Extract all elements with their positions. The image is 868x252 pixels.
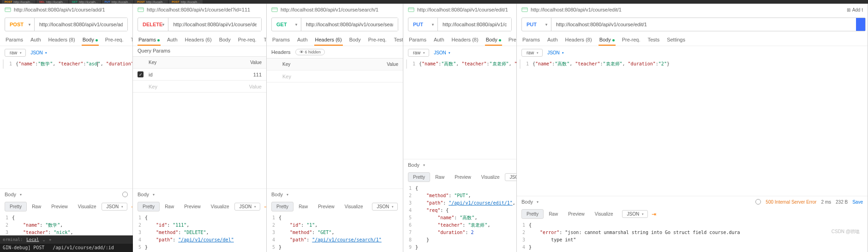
tab-prereq[interactable]: Pre-req. xyxy=(621,34,641,46)
terminal-tab-label: erminal: xyxy=(3,237,23,242)
url-input[interactable] xyxy=(35,18,127,31)
query-param-blank-row[interactable]: KeyValue xyxy=(133,81,266,93)
response-section-header[interactable]: Body▾ xyxy=(403,159,516,170)
tab-body[interactable]: Body xyxy=(485,34,502,46)
tab-headers[interactable]: Headers (8) xyxy=(451,34,479,46)
response-lang-dropdown[interactable]: JSON▾ xyxy=(505,173,517,181)
response-body: 1{2 "error": "json: cannot unmarshal str… xyxy=(517,221,868,252)
method-dropdown[interactable]: POST▾ xyxy=(5,18,35,31)
svg-rect-2 xyxy=(272,8,277,12)
response-lang-dropdown[interactable]: JSON▾ xyxy=(234,203,261,211)
checkbox-icon[interactable]: ✓ xyxy=(138,71,144,77)
view-preview[interactable]: Preview xyxy=(449,172,476,182)
query-param-row[interactable]: ✓id111 xyxy=(133,69,266,81)
view-raw[interactable]: Raw xyxy=(27,202,46,211)
body-lang-dropdown[interactable]: JSON▾ xyxy=(30,50,47,55)
tab-params[interactable]: Params xyxy=(271,34,291,46)
tab-prereq[interactable]: Pre-req. xyxy=(367,34,388,46)
tab-auth[interactable]: Auth xyxy=(296,34,309,46)
view-raw[interactable]: Raw xyxy=(160,202,179,211)
tab-auth[interactable]: Auth xyxy=(30,34,42,46)
tab-headers[interactable]: Headers (6) xyxy=(184,34,213,46)
view-preview[interactable]: Preview xyxy=(313,202,340,211)
view-pretty[interactable]: Pretty xyxy=(271,202,293,211)
tab-body[interactable]: Body xyxy=(348,34,362,46)
method-dropdown[interactable]: DELETE▾ xyxy=(138,18,168,31)
method-dropdown[interactable]: PUT▾ xyxy=(522,18,551,31)
view-visualize[interactable]: Visualize xyxy=(340,202,368,211)
terminal-tab-local[interactable]: Local xyxy=(26,237,39,242)
request-body-editor[interactable]: 1{"name":"高数", "teacher":"袁老师", "duratio… xyxy=(520,59,868,69)
terminal-tab-add[interactable]: + xyxy=(49,237,51,242)
tab-body[interactable]: Body xyxy=(82,34,99,46)
body-type-dropdown[interactable]: raw▾ xyxy=(5,49,26,57)
view-pretty[interactable]: Pretty xyxy=(408,172,430,182)
response-section-header[interactable]: Body▾ xyxy=(133,188,266,200)
send-button[interactable] xyxy=(856,18,865,31)
view-pretty[interactable]: Pretty xyxy=(521,209,544,219)
tab-params[interactable]: Params xyxy=(138,34,161,46)
response-lang-dropdown[interactable]: JSON▾ xyxy=(372,203,398,211)
tab-auth[interactable]: Auth xyxy=(166,34,179,46)
url-input[interactable] xyxy=(168,18,261,31)
tab-params[interactable]: Params xyxy=(5,34,24,46)
view-preview[interactable]: Preview xyxy=(46,202,73,211)
method-dropdown[interactable]: PUT▾ xyxy=(408,18,438,31)
view-raw[interactable]: Raw xyxy=(293,202,313,211)
url-input[interactable] xyxy=(438,18,511,31)
tab-body[interactable]: Body xyxy=(599,34,616,46)
response-lang-dropdown[interactable]: JSON▾ xyxy=(102,203,128,211)
tab-auth[interactable]: Auth xyxy=(433,34,445,46)
view-pretty[interactable]: Pretty xyxy=(5,202,27,211)
url-input[interactable] xyxy=(301,18,398,31)
body-type-dropdown[interactable]: raw▾ xyxy=(521,49,543,57)
tab-tests[interactable]: Tests xyxy=(263,34,267,46)
view-visualize[interactable]: Visualize xyxy=(476,172,505,182)
tab-params[interactable]: Params xyxy=(521,34,541,46)
window-tab[interactable]: POSThttp://localh... xyxy=(169,0,203,4)
wrap-lines-icon[interactable]: ⇥ xyxy=(652,211,656,217)
response-lang-dropdown[interactable]: JSON▾ xyxy=(622,210,648,218)
globe-icon xyxy=(122,192,128,197)
view-preview[interactable]: Preview xyxy=(179,202,206,211)
tab-prereq[interactable]: Pre-req. xyxy=(237,34,257,46)
window-tab[interactable]: POSThttp://localh... xyxy=(134,0,168,4)
view-visualize[interactable]: Visualize xyxy=(590,209,618,219)
tab-headers[interactable]: Headers (8) xyxy=(48,34,76,46)
response-section-header[interactable]: Body▾ xyxy=(0,188,132,200)
tab-settings[interactable]: Settings xyxy=(666,34,686,46)
view-preview[interactable]: Preview xyxy=(563,209,590,219)
view-visualize[interactable]: Visualize xyxy=(73,202,102,211)
tab-body[interactable]: Body xyxy=(218,34,232,46)
response-section-header[interactable]: Body▾ 500 Internal Server Error 2 ms 232… xyxy=(517,196,868,207)
view-raw[interactable]: Raw xyxy=(544,209,563,219)
view-visualize[interactable]: Visualize xyxy=(206,202,234,211)
header-blank-row[interactable]: Key xyxy=(267,70,403,82)
tab-headers[interactable]: Headers (8) xyxy=(564,34,593,46)
window-tab[interactable]: PUThttp://localh... xyxy=(102,0,134,4)
window-tab[interactable]: POSThttp://localh... xyxy=(2,0,36,4)
body-lang-dropdown[interactable]: JSON▾ xyxy=(434,50,450,55)
tab-prereq[interactable]: Pre-req. xyxy=(104,34,125,46)
tab-tests[interactable]: Tests xyxy=(393,34,403,46)
tab-prereq[interactable]: Pre-req. xyxy=(508,34,517,46)
request-body-editor[interactable]: 1{"name":"数学", "teacher":"asd", "duratio… xyxy=(3,59,132,69)
view-raw[interactable]: Raw xyxy=(430,172,449,182)
body-lang-dropdown[interactable]: JSON▾ xyxy=(547,50,564,55)
tab-auth[interactable]: Auth xyxy=(546,34,559,46)
url-input[interactable] xyxy=(551,18,856,31)
window-tab[interactable]: GEThttp://localh... xyxy=(69,0,101,4)
add-tab-button[interactable]: ⊞Add t xyxy=(847,7,863,12)
method-dropdown[interactable]: GET▾ xyxy=(272,18,301,31)
view-pretty[interactable]: Pretty xyxy=(138,202,160,211)
tab-params[interactable]: Params xyxy=(408,34,427,46)
tab-tests[interactable]: Tests xyxy=(647,34,660,46)
save-response-button[interactable]: Save xyxy=(852,199,863,205)
tab-headers[interactable]: Headers (6) xyxy=(314,34,343,46)
body-type-dropdown[interactable]: raw▾ xyxy=(408,49,429,57)
response-section-header[interactable]: Body▾ xyxy=(267,188,403,200)
terminal-tab-split[interactable]: ⌄ xyxy=(42,237,45,242)
window-tab[interactable]: DELhttp://localh... xyxy=(36,0,68,4)
hidden-headers-pill[interactable]: 👁6 hidden xyxy=(295,49,325,55)
request-body-editor[interactable]: 1{"name":"高数", "teacher":"袁老师", "duratio… xyxy=(406,59,516,69)
